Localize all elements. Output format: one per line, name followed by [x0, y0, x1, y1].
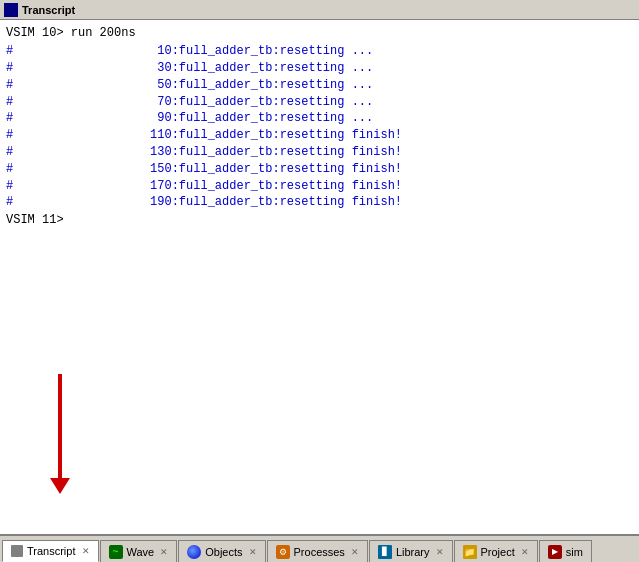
- main-content: VSIM 10> run 200ns# 10:full_adder_tb:res…: [0, 20, 639, 534]
- wave-tab-icon: [109, 545, 123, 559]
- tab-objects-close[interactable]: ✕: [249, 547, 257, 557]
- prompt-line-2: VSIM 11>: [6, 211, 633, 230]
- title-bar-label: Transcript: [22, 4, 75, 16]
- library-tab-icon: [378, 545, 392, 559]
- transcript-line-0: VSIM 10> run 200ns: [6, 24, 633, 43]
- tab-processes-label: Processes: [294, 546, 345, 558]
- tab-library[interactable]: Library ✕: [369, 540, 453, 562]
- tab-transcript-close[interactable]: ✕: [82, 546, 90, 556]
- sim-tab-icon: [548, 545, 562, 559]
- tab-library-close[interactable]: ✕: [436, 547, 444, 557]
- tab-sim[interactable]: sim: [539, 540, 592, 562]
- transcript-line-1: # 10:full_adder_tb:resetting ...: [6, 43, 633, 60]
- transcript-icon: [4, 3, 18, 17]
- transcript-line-10: # 190:full_adder_tb:resetting finish!: [6, 194, 633, 211]
- tab-sim-label: sim: [566, 546, 583, 558]
- transcript-line-4: # 70:full_adder_tb:resetting ...: [6, 94, 633, 111]
- tab-objects-label: Objects: [205, 546, 242, 558]
- tab-wave-label: Wave: [127, 546, 155, 558]
- tab-library-label: Library: [396, 546, 430, 558]
- tab-processes-close[interactable]: ✕: [351, 547, 359, 557]
- objects-tab-icon: [187, 545, 201, 559]
- transcript-line-9: # 170:full_adder_tb:resetting finish!: [6, 178, 633, 195]
- transcript-line-7: # 130:full_adder_tb:resetting finish!: [6, 144, 633, 161]
- tab-transcript[interactable]: Transcript ✕: [2, 540, 99, 562]
- tab-bar: Transcript ✕ Wave ✕ Objects ✕ Processes …: [0, 534, 639, 562]
- tab-processes[interactable]: Processes ✕: [267, 540, 368, 562]
- tab-project-close[interactable]: ✕: [521, 547, 529, 557]
- transcript-area[interactable]: VSIM 10> run 200ns# 10:full_adder_tb:res…: [0, 20, 639, 534]
- processes-tab-icon: [276, 545, 290, 559]
- title-bar: Transcript: [0, 0, 639, 20]
- tab-wave[interactable]: Wave ✕: [100, 540, 178, 562]
- tab-project[interactable]: Project ✕: [454, 540, 538, 562]
- transcript-line-8: # 150:full_adder_tb:resetting finish!: [6, 161, 633, 178]
- tab-transcript-label: Transcript: [27, 545, 76, 557]
- project-tab-icon: [463, 545, 477, 559]
- transcript-line-5: # 90:full_adder_tb:resetting ...: [6, 110, 633, 127]
- tab-objects[interactable]: Objects ✕: [178, 540, 265, 562]
- tab-project-label: Project: [481, 546, 515, 558]
- tab-wave-close[interactable]: ✕: [160, 547, 168, 557]
- transcript-line-6: # 110:full_adder_tb:resetting finish!: [6, 127, 633, 144]
- transcript-line-3: # 50:full_adder_tb:resetting ...: [6, 77, 633, 94]
- transcript-line-2: # 30:full_adder_tb:resetting ...: [6, 60, 633, 77]
- transcript-tab-icon: [11, 545, 23, 557]
